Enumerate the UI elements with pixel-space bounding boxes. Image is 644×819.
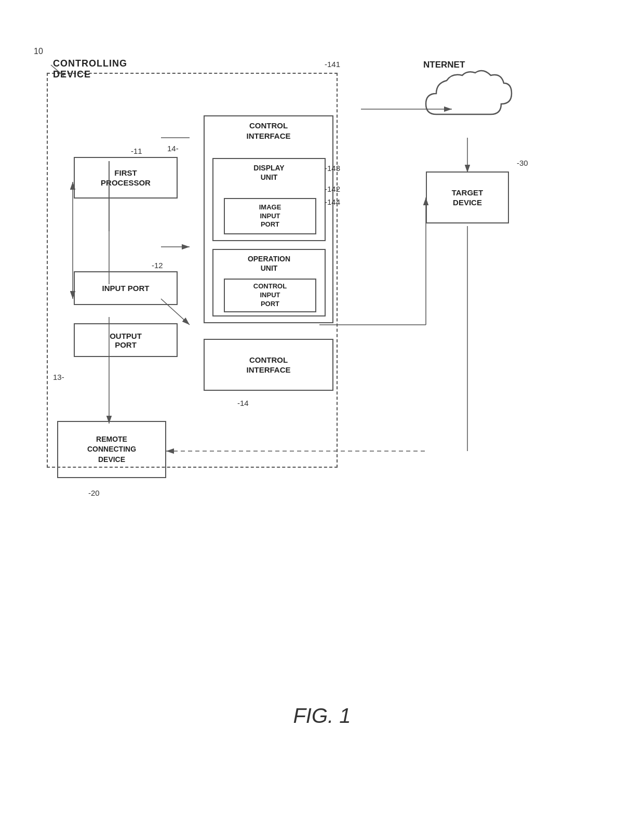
ref-14-upper: 14-	[167, 144, 179, 153]
ref-11: -11	[131, 147, 142, 155]
first-processor-box: FIRSTPROCESSOR	[74, 157, 178, 199]
control-interface-upper-box: CONTROLINTERFACE DISPLAYUNIT IMAGEINPUTP…	[204, 115, 333, 323]
control-interface-lower-box: CONTROLINTERFACE	[204, 339, 333, 391]
output-port-box: OUTPUTPORT	[74, 323, 178, 357]
remote-connecting-device-box: REMOTECONNECTINGDEVICE	[57, 421, 166, 478]
controlling-device-label: CONTROLLINGDEVICE	[53, 58, 127, 80]
display-unit-box: DISPLAYUNIT IMAGEINPUTPORT	[212, 158, 326, 241]
ref-13: 13-	[53, 373, 64, 381]
internet-cloud	[415, 62, 519, 135]
operation-unit-label: OPERATIONUNIT	[213, 254, 325, 273]
ref-141: -141	[325, 60, 340, 69]
image-input-port-box: IMAGEINPUTPORT	[224, 198, 316, 234]
diagram-container: 10 CONTROLLINGDEVICE -11 FIRSTPROCESSOR …	[31, 31, 613, 759]
controlling-device-box: CONTROLLINGDEVICE -11 FIRSTPROCESSOR -12…	[47, 73, 338, 468]
target-device-box: TARGETDEVICE	[426, 171, 509, 223]
control-interface-upper-label: CONTROLINTERFACE	[205, 121, 332, 141]
ref-143: -143	[325, 164, 340, 173]
remote-connecting-device-label: REMOTECONNECTINGDEVICE	[87, 434, 136, 465]
ref-14-lower: -14	[237, 399, 249, 407]
ref-20: -20	[88, 488, 100, 497]
ref-30: -30	[517, 158, 528, 167]
ref-10: 10	[34, 47, 43, 56]
target-device-label: TARGETDEVICE	[452, 188, 484, 208]
input-port-box: INPUT PORT	[74, 271, 178, 305]
input-port-label: INPUT PORT	[102, 284, 150, 293]
control-input-port-label: CONTROLINPUTPORT	[253, 282, 287, 309]
ref-12: -12	[152, 261, 163, 270]
fig-caption: FIG. 1	[31, 704, 613, 728]
first-processor-label: FIRSTPROCESSOR	[101, 168, 151, 188]
control-interface-lower-label: CONTROLINTERFACE	[246, 355, 290, 375]
ref-142: -142	[325, 184, 340, 193]
operation-unit-box: OPERATIONUNIT CONTROLINPUTPORT	[212, 249, 326, 316]
output-port-label: OUTPUTPORT	[110, 332, 142, 349]
image-input-port-label: IMAGEINPUTPORT	[259, 203, 281, 230]
ref-144: -144	[325, 197, 340, 206]
display-unit-label: DISPLAYUNIT	[213, 163, 325, 182]
control-input-port-box: CONTROLINPUTPORT	[224, 279, 316, 312]
